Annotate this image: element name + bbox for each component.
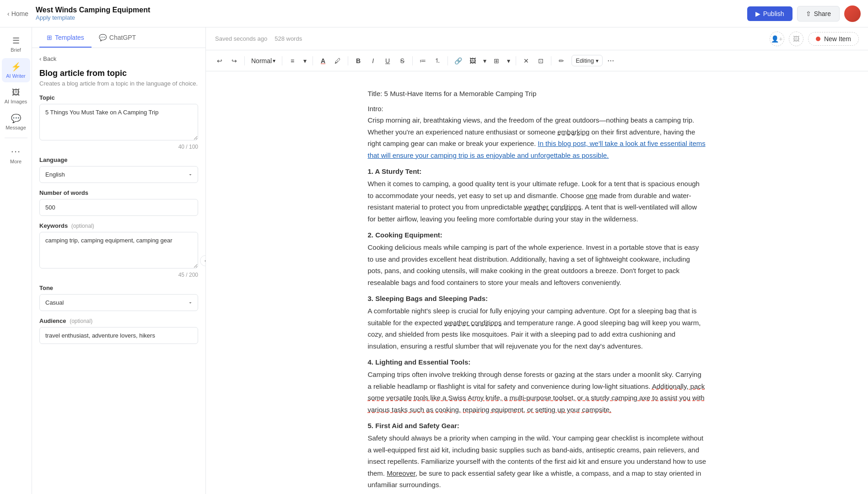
topbar-actions: ▶ Publish ⇧ Share <box>747 5 861 22</box>
highlight-button[interactable]: 🖊 <box>331 54 344 67</box>
topic-char-count: 40 / 100 <box>39 144 198 150</box>
panel-tabs: ⊞ Templates 💬 ChatGPT <box>32 27 205 48</box>
keywords-label: Keywords (optional) <box>39 222 198 229</box>
section-body-1: When it comes to camping, a good quality… <box>368 178 706 225</box>
apply-template-link[interactable]: Apply template <box>36 14 747 21</box>
topic-label: Topic <box>39 94 198 101</box>
sidebar-item-more[interactable]: ··· More <box>2 142 30 168</box>
ai-writer-icon: ⚡ <box>11 62 21 72</box>
moreover-underline: Moreover, <box>387 469 417 477</box>
red-dashed-tools: Additionally, pack some versatile tools … <box>368 382 705 413</box>
align-button[interactable]: ≡ <box>286 54 299 67</box>
link-button[interactable]: 🔗 <box>452 54 464 67</box>
table-dropdown-button[interactable]: ▾ <box>505 54 512 67</box>
sidebar-icons: ☰ Brief ⚡ AI Writer 🖼 AI Images 💬 Messag… <box>0 27 32 494</box>
publish-icon: ▶ <box>755 10 760 17</box>
toolbar-sep-5 <box>412 56 413 65</box>
bullet-list-button[interactable]: ≔ <box>416 54 429 67</box>
topbar: ‹ Home West Winds Camping Equipment Appl… <box>0 0 868 27</box>
doc-intro-para: Crisp morning air, breathtaking views, a… <box>368 114 706 161</box>
keywords-input[interactable]: camping trip, camping equipment, camping… <box>39 232 198 268</box>
chevron-left-icon: ‹ <box>7 10 10 17</box>
toolbar-sep-1 <box>244 56 245 65</box>
section-heading-5: 5. First Aid and Safety Gear: <box>368 422 706 430</box>
code-button[interactable]: ⊡ <box>534 54 547 67</box>
new-item-button[interactable]: New Item <box>808 32 859 46</box>
new-item-dot <box>816 37 820 41</box>
publish-button[interactable]: ▶ Publish <box>747 6 793 21</box>
back-chevron-icon: ‹ <box>39 55 41 62</box>
section-heading-4: 4. Lighting and Essential Tools: <box>368 358 706 366</box>
keywords-char-count: 45 / 200 <box>39 272 198 278</box>
weather-conditions-link-1[interactable]: weather conditions <box>524 203 581 211</box>
topic-input[interactable] <box>39 104 198 140</box>
image-dropdown-button[interactable]: ▾ <box>481 54 488 67</box>
brief-icon: ☰ <box>12 36 20 46</box>
topbar-info: West Winds Camping Equipment Apply templ… <box>36 6 747 21</box>
strikethrough-button[interactable]: S <box>396 54 409 67</box>
panel-section-desc: Creates a blog article from a topic in t… <box>39 80 198 87</box>
bold-button[interactable]: B <box>352 54 365 67</box>
section-heading-3: 3. Sleeping Bags and Sleeping Pads: <box>368 295 706 302</box>
editing-mode-select[interactable]: Editing ▾ <box>571 55 603 66</box>
home-button[interactable]: ‹ Home <box>7 10 28 17</box>
words-input[interactable] <box>39 199 198 216</box>
ai-images-icon: 🖼 <box>12 88 20 97</box>
section-heading-2: 2. Cooking Equipment: <box>368 231 706 239</box>
text-color-button[interactable]: A <box>317 54 329 67</box>
numbered-list-button[interactable]: ⒈ <box>431 54 444 67</box>
editor-area: Saved seconds ago 528 words 👤+ 🖼 New Ite… <box>206 27 868 494</box>
style-select[interactable]: Normal ▾ <box>248 55 278 66</box>
undo-button[interactable]: ↩ <box>213 54 226 67</box>
image-insert-button[interactable]: 🖼 <box>466 54 479 67</box>
share-button[interactable]: ⇧ Share <box>797 6 840 21</box>
panel-section-title: Blog article from topic <box>39 69 198 78</box>
toolbar-sep-8 <box>551 56 551 65</box>
underline-button[interactable]: U <box>381 54 394 67</box>
embarking-link[interactable]: embarking <box>557 128 589 136</box>
blog-post-link[interactable]: In this blog post, we'll take a look at … <box>368 140 706 159</box>
tone-label: Tone <box>39 285 198 291</box>
save-status: Saved seconds ago <box>215 35 267 42</box>
section-body-4: Camping trips often involve trekking thr… <box>368 369 706 415</box>
tab-templates[interactable]: ⊞ Templates <box>39 27 92 48</box>
more-options-button[interactable]: ··· <box>604 54 617 67</box>
one-underline: one <box>586 192 597 199</box>
ai-edit-button[interactable]: ✏ <box>555 54 568 67</box>
avatar[interactable] <box>844 5 861 22</box>
clear-format-button[interactable]: ✕ <box>520 54 533 67</box>
sidebar-item-ai-images[interactable]: 🖼 AI Images <box>2 84 30 108</box>
templates-icon: ⊞ <box>47 34 52 41</box>
align-dropdown-button[interactable]: ▾ <box>301 54 309 67</box>
sidebar-separator <box>5 138 27 138</box>
section-body-3: A comfortable night's sleep is crucial f… <box>368 305 706 352</box>
toolbar-sep-4 <box>348 56 348 65</box>
language-select[interactable]: English Spanish French German Italian <box>39 166 198 183</box>
more-icon: ··· <box>11 145 21 157</box>
table-button[interactable]: ⊞ <box>490 54 503 67</box>
tab-chatgpt[interactable]: 💬 ChatGPT <box>92 27 143 48</box>
redo-button[interactable]: ↪ <box>228 54 241 67</box>
weather-conditions-link-2[interactable]: weather conditions <box>444 319 501 327</box>
sidebar-item-ai-writer[interactable]: ⚡ AI Writer <box>2 58 30 82</box>
italic-button[interactable]: I <box>367 54 379 67</box>
chatgpt-icon: 💬 <box>99 34 107 41</box>
doc-title: West Winds Camping Equipment <box>36 6 747 14</box>
toolbar-sep-7 <box>516 56 516 65</box>
sidebar-item-message[interactable]: 💬 Message <box>2 110 30 134</box>
audience-label: Audience (optional) <box>39 317 198 324</box>
toolbar-sep-6 <box>447 56 448 65</box>
audience-input[interactable] <box>39 327 198 344</box>
section-body-2: Cooking delicious meals while camping is… <box>368 242 706 288</box>
toolbar: ↩ ↪ Normal ▾ ≡ ▾ A 🖊 B I U S ≔ ⒈ 🔗 🖼 ▾ <box>206 50 868 71</box>
sidebar-item-brief[interactable]: ☰ Brief <box>2 32 30 56</box>
tone-select[interactable]: Casual Formal Friendly Professional <box>39 294 198 311</box>
editor-topbar: Saved seconds ago 528 words 👤+ 🖼 New Ite… <box>206 27 868 50</box>
editor-topbar-right: 👤+ 🖼 New Item <box>770 32 859 46</box>
back-button[interactable]: ‹ Back <box>39 55 198 62</box>
panel: ⊞ Templates 💬 ChatGPT ‹ ‹ Back Blog arti… <box>32 27 206 494</box>
image-icon[interactable]: 🖼 <box>789 32 803 46</box>
user-plus-icon[interactable]: 👤+ <box>770 32 784 46</box>
message-icon: 💬 <box>11 113 21 124</box>
language-label: Language <box>39 156 198 163</box>
